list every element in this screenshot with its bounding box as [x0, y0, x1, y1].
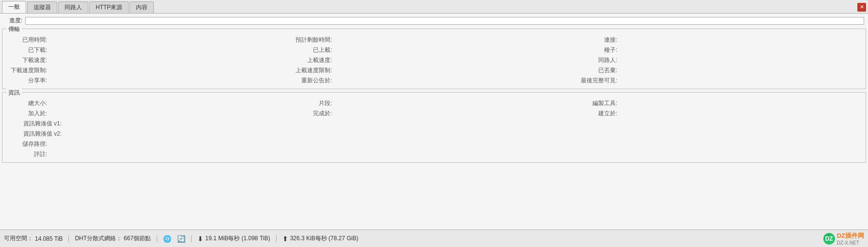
dht-label: DHT分散式網絡： — [75, 234, 122, 243]
close-button[interactable]: ✕ — [857, 3, 866, 12]
upload-icon: ⬆ — [282, 235, 288, 243]
transfer-col2: 預計剩餘時間: 已上載: 上載速度: 上載速度限制: — [292, 35, 577, 86]
info-section: 資訊 總大小: 加入於: 資訊雜湊值 v1: — [2, 92, 866, 163]
field-last-complete: 最後完整可見: — [576, 76, 862, 86]
field-hash-v1: 資訊雜湊值 v1: — [6, 119, 292, 129]
tab-general[interactable]: 一般 — [2, 1, 26, 13]
field-reannounce: 重新公告於: — [292, 76, 577, 86]
field-peers: 同路人: — [576, 55, 862, 65]
tab-tracker[interactable]: 追蹤器 — [27, 1, 57, 13]
dht-value: 667個節點 — [124, 234, 151, 243]
field-save-path: 儲存路徑: — [6, 139, 292, 149]
disk-label: 可用空間： — [4, 234, 33, 243]
transfer-section: 傳輸 已用時間: 已下載: 下載速度: — [2, 29, 866, 89]
field-dl-limit: 下載速度限制: — [6, 65, 292, 76]
field-pieces: 片段: — [292, 98, 577, 108]
transfer-col1: 已用時間: 已下載: 下載速度: 下載速度限制: — [6, 35, 292, 86]
info-col3: 編製工具: 建立於: — [576, 98, 862, 159]
field-seeds: 種子: — [576, 45, 862, 55]
tab-bar: 一般 追蹤器 同路人 HTTP來源 內容 ✕ — [0, 0, 868, 14]
brand-logo: DZ DZ插件网 DZ-X.NET — [823, 232, 864, 246]
transfer-title: 傳輸 — [6, 25, 22, 33]
dl-speed-item: ⬇ 19.1 MiB每秒 (1.098 TiB) — [197, 234, 270, 243]
field-connections: 連接: — [576, 35, 862, 45]
field-discarded: 已丟棄: — [576, 65, 862, 76]
progress-bar — [25, 17, 864, 25]
transfer-fields: 已用時間: 已下載: 下載速度: 下載速度限制: — [6, 35, 862, 86]
field-downloaded: 已下載: — [6, 45, 292, 55]
tab-content[interactable]: 內容 — [130, 1, 154, 13]
separator4 — [276, 235, 277, 242]
progress-label: 進度: — [4, 16, 22, 25]
info-col2: 片段: 完成於: — [292, 98, 577, 159]
refresh-icon: 🔄 — [177, 235, 185, 243]
field-hash-v2: 資訊雜湊值 v2: — [6, 129, 292, 139]
field-created-on: 建立於: — [576, 108, 862, 119]
field-added-on: 加入於: — [6, 108, 292, 119]
field-total-size: 總大小: — [6, 98, 292, 108]
field-created-by: 編製工具: — [576, 98, 862, 108]
info-title: 資訊 — [6, 89, 22, 97]
globe-icon: 🌐 — [163, 235, 171, 243]
brand-name: DZ插件网 — [837, 232, 864, 240]
field-uploaded: 已上載: — [292, 45, 577, 55]
info-col1: 總大小: 加入於: 資訊雜湊值 v1: 資訊雜湊值 v2: — [6, 98, 292, 159]
dl-speed-value: 19.1 MiB每秒 (1.098 TiB) — [205, 234, 270, 243]
info-fields: 總大小: 加入於: 資訊雜湊值 v1: 資訊雜湊值 v2: — [6, 98, 862, 159]
transfer-col3: 連接: 種子: 同路人: 已丟棄: — [576, 35, 862, 86]
brand-icon: DZ — [823, 233, 835, 245]
globe-icon-item: 🌐 — [163, 235, 171, 243]
field-time-used: 已用時間: — [6, 35, 292, 45]
disk-space-item: 可用空間： 14.085 TiB — [4, 234, 63, 243]
field-completed-on: 完成於: — [292, 108, 577, 119]
field-eta: 預計剩餘時間: — [292, 35, 577, 45]
download-icon: ⬇ — [197, 235, 203, 243]
dht-item: DHT分散式網絡： 667個節點 — [75, 234, 151, 243]
tab-peers[interactable]: 同路人 — [58, 1, 88, 13]
brand-text-block: DZ插件网 DZ-X.NET — [837, 232, 864, 246]
refresh-icon-item: 🔄 — [177, 235, 185, 243]
ul-speed-value: 326.3 KiB每秒 (78.27 GiB) — [290, 234, 359, 243]
main-content: 進度: 傳輸 已用時間: 已下載: 下載速度: — [0, 14, 868, 230]
tab-http[interactable]: HTTP來源 — [89, 1, 129, 13]
status-bar: 可用空間： 14.085 TiB DHT分散式網絡： 667個節點 🌐 🔄 ⬇ … — [0, 230, 868, 247]
brand-domain: DZ-X.NET — [837, 240, 864, 246]
field-dl-speed: 下載速度: — [6, 55, 292, 65]
progress-row: 進度: — [2, 15, 866, 26]
field-comment: 評註: — [6, 149, 292, 159]
separator1 — [68, 235, 69, 242]
separator3 — [191, 235, 192, 242]
ul-speed-item: ⬆ 326.3 KiB每秒 (78.27 GiB) — [282, 234, 359, 243]
separator2 — [157, 235, 157, 242]
field-ul-speed: 上載速度: — [292, 55, 577, 65]
field-ul-limit: 上載速度限制: — [292, 65, 577, 76]
disk-value: 14.085 TiB — [35, 235, 63, 242]
field-share-ratio: 分享率: — [6, 76, 292, 86]
